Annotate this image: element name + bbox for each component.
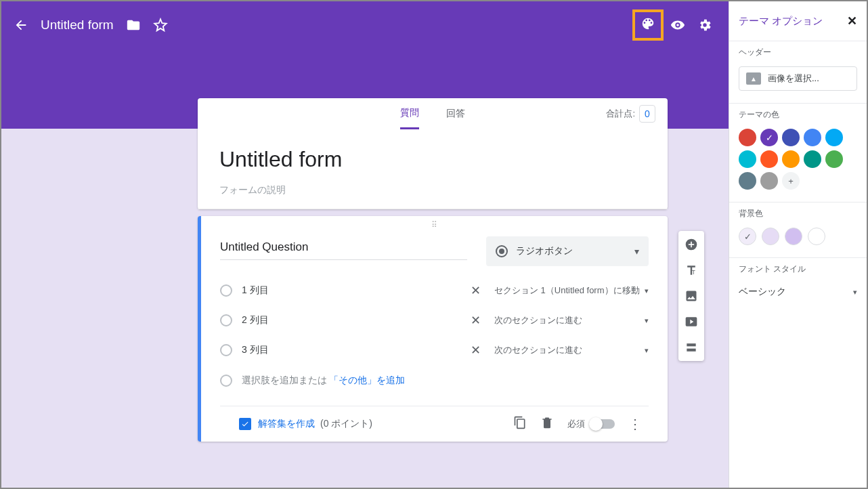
svg-rect-3 — [687, 349, 695, 352]
palette-icon[interactable] — [641, 16, 655, 34]
add-title-icon[interactable]: T — [681, 262, 701, 278]
theme-color-swatch[interactable] — [825, 129, 843, 146]
bg-color-label: 背景色 — [739, 208, 857, 219]
tab-questions[interactable]: 質問 — [400, 98, 419, 129]
option-goto-label: セクション 1（Untitled form）に移動 — [494, 284, 640, 297]
remove-option-icon[interactable]: ✕ — [471, 313, 481, 328]
theme-color-swatch[interactable] — [739, 172, 756, 190]
required-toggle[interactable]: 必須 — [567, 418, 615, 430]
option-goto-select[interactable]: 次のセクションに進む ▾ — [494, 344, 649, 356]
svg-text:T: T — [692, 269, 695, 276]
chevron-down-icon: ▾ — [634, 246, 639, 257]
add-section-icon[interactable] — [681, 339, 701, 356]
chevron-down-icon: ▾ — [645, 316, 649, 325]
option-goto-label: 次のセクションに進む — [494, 314, 582, 326]
form-description[interactable]: フォームの説明 — [219, 184, 646, 196]
option-row: 3 列目 ✕ 次のセクションに進む ▾ — [220, 335, 649, 365]
theme-color-swatch[interactable]: ✓ — [760, 129, 778, 146]
question-toolbar: T — [678, 231, 704, 361]
question-type-select[interactable]: ラジオボタン ▾ — [486, 236, 649, 266]
toggle-switch[interactable] — [590, 419, 615, 429]
font-style-label: フォント スタイル — [739, 263, 857, 275]
theme-color-swatch[interactable] — [782, 150, 800, 168]
theme-color-swatch[interactable] — [782, 129, 800, 146]
answer-key-checkbox[interactable] — [239, 418, 251, 430]
add-question-icon[interactable] — [681, 236, 701, 253]
chevron-down-icon: ▾ — [853, 288, 857, 297]
header-section-label: ヘッダー — [739, 47, 857, 58]
theme-color-swatch[interactable] — [804, 129, 821, 146]
image-select-button[interactable]: ▲ 画像を選択... — [739, 66, 857, 91]
font-style-select[interactable]: ベーシック ▾ — [739, 283, 857, 298]
question-type-label: ラジオボタン — [516, 245, 573, 257]
gear-icon[interactable] — [697, 18, 712, 33]
option-label[interactable]: 1 列目 — [242, 284, 269, 297]
chevron-down-icon: ▾ — [645, 346, 649, 355]
option-label[interactable]: 3 列目 — [242, 344, 269, 356]
answer-key-link[interactable]: 解答集を作成 — [258, 418, 315, 430]
drag-handle-icon[interactable]: ⠿ — [201, 216, 668, 230]
theme-color-swatch[interactable] — [760, 150, 778, 168]
radio-icon — [220, 284, 232, 297]
radio-placeholder-icon — [220, 375, 232, 387]
required-label: 必須 — [567, 418, 585, 430]
add-option-row: 選択肢を追加 または 「その他」を追加 — [220, 365, 649, 400]
radio-icon — [496, 245, 508, 257]
add-color-button[interactable]: + — [782, 172, 800, 190]
theme-color-swatch[interactable] — [804, 150, 821, 168]
folder-icon[interactable] — [126, 18, 141, 33]
option-goto-select[interactable]: 次のセクションに進む ▾ — [494, 314, 649, 326]
bg-color-swatch[interactable] — [785, 228, 802, 245]
points-text: (0 ポイント) — [320, 418, 372, 430]
add-video-icon[interactable] — [681, 314, 701, 330]
form-title[interactable]: Untitled form — [219, 147, 646, 172]
question-title-input[interactable]: Untitled Question — [220, 234, 467, 260]
remove-option-icon[interactable]: ✕ — [471, 343, 481, 358]
preview-icon[interactable] — [670, 18, 685, 33]
star-icon[interactable] — [153, 18, 168, 33]
total-score-value[interactable]: 0 — [639, 105, 655, 123]
option-row: 1 列目 ✕ セクション 1（Untitled form）に移動 ▾ — [220, 276, 649, 305]
tab-responses[interactable]: 回答 — [446, 98, 465, 129]
chevron-down-icon: ▾ — [645, 286, 649, 295]
bg-color-swatch[interactable]: ✓ — [739, 228, 756, 245]
image-select-label: 画像を選択... — [768, 72, 819, 85]
radio-icon — [220, 344, 232, 356]
overflow-menu-icon[interactable]: ⋮ — [628, 416, 642, 432]
theme-panel: テーマ オプション ✕ ヘッダー ▲ 画像を選択... テーマの色 ✓+ 背景色… — [729, 1, 867, 488]
back-arrow-icon[interactable] — [14, 18, 28, 33]
total-score: 合計点: 0 — [606, 105, 655, 123]
duplicate-icon[interactable] — [513, 416, 527, 432]
add-image-icon[interactable] — [681, 288, 701, 304]
theme-color-swatch[interactable] — [825, 150, 843, 168]
bg-color-swatch[interactable] — [808, 228, 825, 245]
theme-color-swatch[interactable] — [739, 150, 756, 168]
theme-color-swatch[interactable] — [760, 172, 778, 190]
theme-panel-title: テーマ オプション — [739, 15, 823, 28]
option-goto-label: 次のセクションに進む — [494, 344, 582, 356]
total-score-label: 合計点: — [606, 108, 635, 120]
option-label[interactable]: 2 列目 — [242, 314, 269, 326]
trash-icon[interactable] — [540, 416, 554, 432]
theme-color-label: テーマの色 — [739, 109, 857, 121]
tabs-bar: 質問 回答 合計点: 0 — [198, 98, 668, 129]
font-style-value: ベーシック — [739, 286, 786, 298]
form-name[interactable]: Untitled form — [41, 18, 114, 33]
palette-button-highlight — [632, 9, 664, 41]
radio-icon — [220, 314, 232, 326]
option-row: 2 列目 ✕ 次のセクションに進む ▾ — [220, 305, 649, 335]
option-goto-select[interactable]: セクション 1（Untitled form）に移動 ▾ — [494, 284, 649, 297]
bg-color-swatch[interactable] — [762, 228, 779, 245]
image-icon: ▲ — [746, 72, 761, 85]
or-text: または — [299, 375, 327, 387]
svg-rect-2 — [687, 343, 695, 346]
theme-color-swatch[interactable] — [739, 129, 756, 146]
add-option-text[interactable]: 選択肢を追加 — [242, 375, 299, 387]
add-other-link[interactable]: 「その他」を追加 — [329, 375, 405, 387]
remove-option-icon[interactable]: ✕ — [471, 283, 481, 298]
close-icon[interactable]: ✕ — [847, 14, 857, 28]
